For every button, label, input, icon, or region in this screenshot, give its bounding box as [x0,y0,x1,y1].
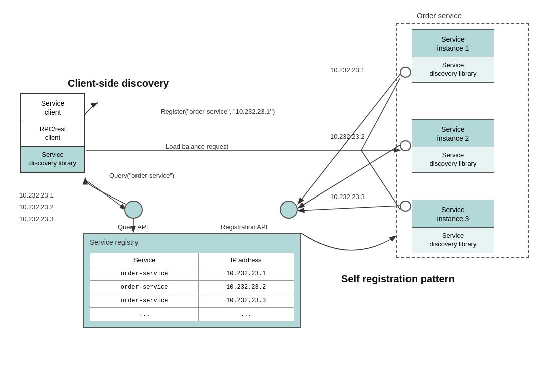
instance-2-lib: Service discovery library [412,147,494,172]
ip-list-2: 10.232.23.2 [19,201,54,213]
service-instance-1: Service instance 1 Service discovery lib… [412,29,494,83]
table-row: order-service 10.232.23.3 [90,294,294,308]
diagram-container: Client-side discovery Service client RPC… [0,0,542,392]
rpc-rest-client: RPC/rest client [21,121,84,147]
connector-circle-2 [400,140,411,151]
instance-1-lib: Service discovery library [412,57,494,82]
service-instance-2: Service instance 2 Service discovery lib… [412,119,494,173]
connector-circle-1 [400,67,411,78]
row4-ip: ... [199,308,294,321]
svg-line-4 [361,78,400,150]
instance-2-title: Service instance 2 [412,120,494,147]
order-service-title: Order service [417,11,462,20]
service-discovery-library-client: Service discovery library [21,147,84,172]
service-instance-3: Service instance 3 Service discovery lib… [412,200,494,253]
row3-service: order-service [90,294,199,308]
row3-ip: 10.232.23.3 [199,294,294,308]
registration-api-circle [280,201,298,219]
ip-list-3: 10.232.23.3 [19,213,54,225]
register-text: Register("order-service", "10.232.23.1") [161,108,275,115]
row1-ip: 10.232.23.1 [199,267,294,281]
ip-instance-3: 10.232.23.3 [330,193,365,201]
service-client-title: Service client [21,94,84,121]
ip-list: 10.232.23.1 10.232.23.2 10.232.23.3 [19,189,54,225]
row1-service: order-service [90,267,199,281]
registration-api-label: Registration API [221,223,267,231]
service-registry-box: Service registry Service IP address orde… [83,233,301,328]
instance-3-lib: Service discovery library [412,228,494,253]
srp-title: Self registration pattern [341,273,455,285]
connector-circle-3 [400,201,411,212]
query-text: Query("order-service") [109,172,174,179]
ip-instance-1: 10.232.23.1 [330,66,365,74]
table-row: order-service 10.232.23.1 [90,267,294,281]
csd-title: Client-side discovery [68,78,169,89]
registry-table-wrap: Service IP address order-service 10.232.… [84,250,300,327]
col-ip-header: IP address [199,253,294,267]
query-api-circle [124,201,143,219]
service-client-box: Service client RPC/rest client Service d… [20,93,85,173]
instance-3-title: Service instance 3 [412,200,494,228]
row2-service: order-service [90,281,199,294]
col-service-header: Service [90,253,199,267]
ip-instance-2: 10.232.23.2 [330,133,365,140]
ip-list-1: 10.232.23.1 [19,189,54,201]
row2-ip: 10.232.23.2 [199,281,294,294]
table-row: order-service 10.232.23.2 [90,281,294,294]
table-row: ... ... [90,308,294,321]
registry-table: Service IP address order-service 10.232.… [90,253,294,321]
row4-service: ... [90,308,199,321]
query-api-label: Query API [118,223,148,231]
service-registry-title: Service registry [84,234,300,250]
instance-1-title: Service instance 1 [412,30,494,57]
svg-line-5 [361,150,400,210]
svg-line-2 [298,206,401,211]
svg-line-6 [86,180,126,210]
load-balance-text: Load balance request [166,143,228,150]
